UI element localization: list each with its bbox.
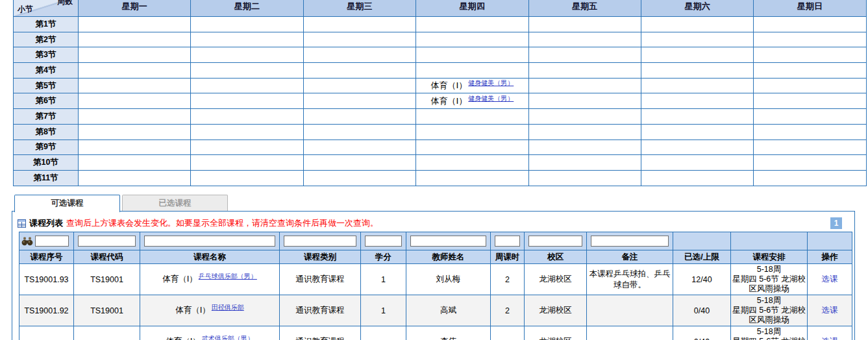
timetable-cell	[641, 140, 753, 155]
club-link[interactable]: 乒乓球俱乐部（男）	[199, 273, 257, 280]
period-label: 第9节	[14, 140, 79, 155]
column-header-schedule: 课程安排	[731, 250, 808, 264]
course-chosen-limit-cell: 12/40	[673, 264, 731, 295]
filter-cell-credits	[361, 232, 406, 250]
timetable-cell	[754, 140, 866, 155]
day-header: 星期一	[79, 0, 191, 17]
filter-input-campus[interactable]	[528, 236, 582, 247]
timetable-cell	[191, 78, 303, 93]
timetable-cell	[79, 78, 191, 93]
club-link[interactable]: 田径俱乐部	[212, 304, 244, 311]
filter-cell-chosen_limit	[673, 232, 731, 250]
timetable-cell	[79, 63, 191, 79]
timetable-row: 第9节	[14, 140, 867, 155]
schedule-detail: 星期四 5-6节 龙湖校区风雨操场	[732, 274, 806, 294]
timetable-cell	[641, 78, 753, 93]
timetable-row: 第8节	[14, 124, 867, 140]
course-row: 体育（Ⅰ）武术俱乐部（男） 通识教育课程 李伟 龙湖校区 0/40 5-18周 …	[19, 326, 852, 340]
timetable-cell	[303, 155, 415, 171]
timetable-row: 第5节体育（Ⅰ）健身健美（男）	[14, 78, 867, 93]
filter-cell-category	[280, 232, 361, 250]
timetable-cell	[416, 109, 528, 125]
course-serial-cell: TS19001.92	[19, 295, 74, 326]
timetable-cell	[303, 93, 415, 109]
filter-input-weekly_hours[interactable]	[495, 236, 520, 247]
timetable-cell	[641, 17, 753, 32]
filter-input-name[interactable]	[144, 236, 275, 247]
club-link[interactable]: 武术俱乐部（男）	[202, 335, 254, 340]
course-name-cell: 体育（Ⅰ）田径俱乐部	[140, 295, 280, 326]
course-teacher-cell: 刘从梅	[406, 264, 491, 295]
day-header: 星期四	[416, 0, 528, 17]
schedule-detail: 星期四 5-6节 龙湖校区风雨操场	[732, 306, 806, 325]
timetable-cell	[416, 170, 528, 186]
tab-selected-courses[interactable]: 已选课程	[122, 195, 228, 211]
timetable-cell	[191, 32, 303, 47]
timetable-cell	[754, 78, 866, 93]
course-code-cell	[74, 326, 140, 340]
period-label: 第7节	[14, 109, 79, 125]
timetable-cell	[754, 170, 866, 186]
day-header: 星期五	[528, 0, 641, 17]
timetable-cell	[528, 32, 641, 47]
timetable-row: 第6节体育（Ⅰ）健身健美（男）	[14, 93, 867, 109]
course-credits-cell: 1	[361, 264, 406, 295]
page-number-badge[interactable]: 1	[830, 217, 842, 229]
timetable-course-club-link[interactable]: 健身健美（男）	[468, 95, 514, 102]
course-schedule-cell: 5-18周 星期四 5-6节 龙湖校区风雨操场	[731, 264, 808, 295]
timetable-cell	[754, 155, 866, 171]
timetable-cell	[79, 93, 191, 109]
tab-available-courses[interactable]: 可选课程	[14, 195, 120, 212]
day-header: 星期六	[641, 0, 753, 17]
filter-input-remark[interactable]	[591, 236, 669, 247]
timetable-row: 第3节	[14, 47, 867, 63]
timetable-cell	[641, 93, 753, 109]
query-notice-text: 查询后上方课表会发生变化。如要显示全部课程，请清空查询条件后再做一次查询。	[66, 217, 378, 229]
timetable-cell	[528, 93, 641, 109]
timetable-corner-cell: 周数 小节	[14, 0, 79, 17]
timetable-row: 第7节	[14, 109, 867, 125]
timetable-cell	[416, 32, 528, 47]
column-header-teacher: 教师姓名	[406, 250, 491, 264]
course-list-header: 课程列表 查询后上方课表会发生变化。如要显示全部课程，请清空查询条件后再做一次查…	[12, 212, 854, 230]
timetable-cell	[191, 63, 303, 79]
timetable-cell	[528, 63, 641, 79]
filter-input-serial[interactable]	[35, 236, 69, 247]
column-header-code: 课程代码	[74, 250, 140, 264]
course-category-cell: 通识教育课程	[280, 295, 361, 326]
filter-input-teacher[interactable]	[410, 236, 486, 247]
timetable-course-club-link[interactable]: 健身健美（男）	[468, 79, 514, 86]
course-chosen-limit-cell: 0/40	[673, 326, 731, 340]
select-course-link[interactable]: 选课	[822, 337, 838, 340]
filter-input-credits[interactable]	[365, 236, 402, 247]
column-header-credits: 学分	[361, 250, 406, 264]
timetable-cell	[191, 155, 303, 171]
schedule-weeks: 5-18周	[732, 265, 806, 274]
course-remark-cell	[587, 326, 673, 340]
course-chosen-limit-cell: 0/40	[673, 295, 731, 326]
timetable-cell	[79, 140, 191, 155]
filter-input-category[interactable]	[284, 236, 356, 247]
select-course-link[interactable]: 选课	[822, 274, 838, 284]
timetable-cell	[528, 155, 641, 171]
timetable-row: 第2节	[14, 32, 867, 47]
filter-cell-schedule	[731, 232, 808, 250]
course-list-panel: 课程列表 查询后上方课表会发生变化。如要显示全部课程，请清空查询条件后再做一次查…	[12, 211, 855, 340]
course-category-cell: 通识教育课程	[280, 264, 361, 295]
timetable-cell	[303, 17, 415, 32]
search-binoculars-icon[interactable]	[21, 237, 33, 246]
timetable-cell	[416, 17, 528, 32]
timetable-cell	[303, 140, 415, 155]
period-label: 第5节	[14, 78, 79, 93]
timetable-row: 第11节	[14, 170, 867, 186]
period-label: 第4节	[14, 63, 79, 79]
filter-cell-weekly_hours	[491, 232, 525, 250]
course-action-cell: 选课	[808, 326, 852, 340]
select-course-link[interactable]: 选课	[822, 306, 838, 315]
timetable-course-name: 体育（Ⅰ）	[430, 80, 467, 90]
timetable-cell	[754, 47, 866, 63]
timetable-cell	[641, 47, 753, 63]
course-schedule-cell: 5-18周 星期四 5-6节 龙湖校区风雨操场	[731, 326, 808, 340]
timetable-cell	[79, 155, 191, 171]
filter-input-code[interactable]	[78, 236, 136, 247]
